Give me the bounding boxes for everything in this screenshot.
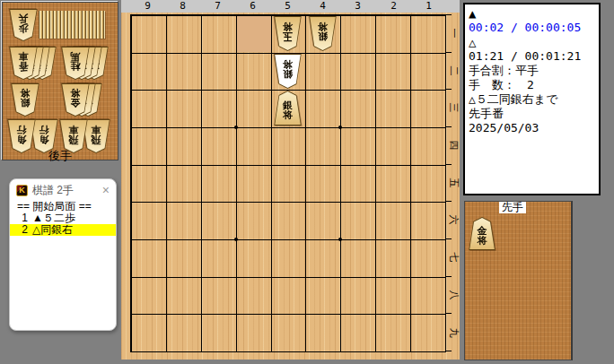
- piece-kanji: 角行: [16, 125, 28, 148]
- piece-kanji: 銀将: [20, 89, 31, 112]
- move-origin-square-highlight[interactable]: [237, 16, 271, 52]
- sente-label: 先手: [499, 202, 526, 213]
- piece-face: 歩兵: [9, 10, 38, 40]
- piece-face: 桂馬: [61, 48, 90, 79]
- last-move-line: △５二同銀右まで: [469, 92, 595, 107]
- handicap-line: 手合割：平手: [469, 64, 595, 78]
- kifu-window: K 棋譜 2手 × == 開始局面 == 1 ▲５二歩 2 △同銀右: [9, 178, 117, 331]
- rank-tick: [446, 201, 452, 202]
- board-piece-silver-5b-just-moved[interactable]: 銀将: [273, 54, 303, 89]
- move-text: △同銀右: [32, 224, 73, 236]
- piece-face: 金将: [469, 218, 496, 249]
- kifu-app-icon: K: [16, 185, 28, 196]
- turn-line: 先手番: [469, 107, 595, 121]
- piece-kanji: 飛車: [91, 125, 102, 148]
- file-coordinates: 9 8 7 6 5 4 3 2 1: [121, 0, 460, 13]
- piece-kanji: 銀将: [282, 97, 294, 120]
- sente-mark: ▲: [469, 6, 595, 21]
- rank-label: 二: [448, 65, 460, 77]
- piece-face: 角行: [7, 120, 36, 152]
- rank-label: 四: [448, 140, 460, 152]
- rank-label: 五: [448, 178, 460, 189]
- piece-face: 銀将: [309, 17, 337, 50]
- game-info-panel: ▲ 00:02 / 00:00:05 △ 01:21 / 00:01:21 手合…: [463, 3, 601, 195]
- piece-kanji: 香車: [18, 52, 30, 75]
- piece-kanji: 銀将: [317, 22, 329, 46]
- hand-piece-bishop[interactable]: 角行: [6, 119, 37, 153]
- rank-tick: [446, 313, 452, 314]
- rank-label: 九: [448, 327, 460, 339]
- file-label: 7: [200, 0, 235, 13]
- close-icon[interactable]: ×: [102, 184, 110, 196]
- rank-tick: [446, 164, 452, 165]
- date-line: 2025/05/03: [469, 121, 595, 135]
- hand-piece-silver[interactable]: 銀将: [10, 83, 40, 117]
- rank-label: 一: [448, 28, 460, 39]
- rank-label: 八: [448, 290, 460, 301]
- file-label: 4: [305, 0, 340, 13]
- file-label: 6: [235, 0, 270, 13]
- gote-time: 01:21 / 00:01:21: [469, 49, 595, 64]
- piece-kanji: 金将: [70, 89, 82, 112]
- gote-mark: △: [469, 35, 595, 49]
- piece-kanji: 角行: [39, 125, 50, 148]
- rank-label: 七: [448, 252, 460, 264]
- kifu-window-title: 棋譜 2手: [32, 183, 74, 198]
- piece-face: 銀将: [274, 55, 302, 88]
- gote-piece-stand: 歩兵 香車 香車 香車 香車 桂馬 桂馬 桂馬 桂馬 銀将 金将 金将 金将 角…: [2, 2, 118, 160]
- star-point: [338, 126, 342, 129]
- hand-piece-pawn[interactable]: 歩兵: [8, 9, 39, 41]
- board-piece-silver-5c[interactable]: 銀将: [273, 91, 303, 126]
- hand-piece-gold[interactable]: 金将: [60, 83, 91, 117]
- file-label: 2: [376, 0, 411, 13]
- piece-kanji: 歩兵: [18, 13, 30, 37]
- board-piece-king-5a[interactable]: 玉将: [273, 16, 303, 51]
- sente-time: 00:02 / 00:00:05: [469, 21, 595, 35]
- piece-kanji: 飛車: [68, 125, 80, 148]
- rank-tick: [446, 351, 452, 351]
- pawn-stack-tally[interactable]: [39, 11, 105, 39]
- rank-tick: [446, 126, 452, 127]
- rank-label: 三: [448, 102, 460, 114]
- rank-tick: [446, 276, 452, 277]
- hand-piece-knight[interactable]: 桂馬: [60, 47, 91, 80]
- file-label: 5: [270, 0, 305, 13]
- rank-label: 六: [448, 214, 460, 226]
- piece-kanji: 金将: [477, 222, 488, 246]
- piece-face: 玉将: [274, 17, 302, 50]
- file-label: 9: [130, 0, 165, 13]
- hand-piece-gold[interactable]: 金将: [468, 217, 496, 250]
- hand-piece-rook[interactable]: 飛車: [58, 119, 89, 153]
- piece-face: 香車: [9, 48, 38, 79]
- shogi-board-panel: 9 8 7 6 5 4 3 2 1 一 二 三 四 五 六 七 八 九 玉将 銀…: [121, 0, 460, 360]
- piece-face: 飛車: [59, 120, 88, 152]
- rank-tick: [446, 238, 452, 239]
- move-number: 2: [10, 224, 28, 236]
- file-label: 1: [411, 0, 446, 13]
- file-label: 8: [165, 0, 200, 13]
- piece-face: 銀将: [11, 84, 39, 116]
- file-label: 3: [340, 0, 375, 13]
- move-count-line: 手 数： 2: [469, 78, 595, 92]
- piece-kanji: 銀将: [282, 60, 294, 83]
- kifu-move-row-current[interactable]: 2 △同銀右: [10, 224, 116, 236]
- hand-piece-lance[interactable]: 香車: [8, 47, 39, 80]
- rank-tick: [446, 52, 452, 53]
- board-piece-silver-4a[interactable]: 銀将: [308, 16, 338, 51]
- star-point: [234, 126, 238, 129]
- rank-tick: [446, 14, 452, 15]
- piece-face: 金将: [61, 84, 90, 116]
- piece-kanji: 桂馬: [70, 52, 82, 75]
- sente-piece-stand: 先手 金将: [464, 201, 573, 360]
- rank-tick: [446, 89, 452, 90]
- star-point: [338, 238, 342, 241]
- piece-face: 銀将: [274, 91, 302, 125]
- star-point: [234, 238, 238, 241]
- piece-kanji: 玉将: [282, 22, 294, 46]
- kifu-titlebar[interactable]: K 棋譜 2手 ×: [10, 179, 116, 201]
